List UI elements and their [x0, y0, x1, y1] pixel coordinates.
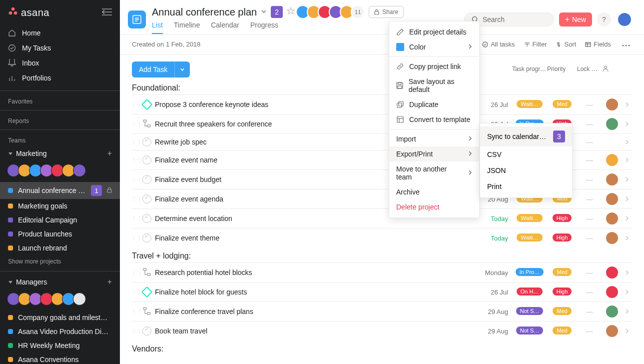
add-project-button[interactable]: + [107, 149, 112, 158]
submenu-item-print[interactable]: Print [480, 178, 572, 194]
task-name[interactable]: Book team travel [155, 327, 457, 335]
task-detail-chevron[interactable] [622, 289, 632, 295]
drag-handle[interactable]: ⋮⋮ [132, 216, 142, 222]
menu-item-export-print[interactable]: Export/Print [389, 146, 479, 162]
help-button[interactable]: ? [597, 12, 611, 26]
lock-cell[interactable]: — [577, 268, 602, 276]
assignee-cell[interactable] [602, 232, 622, 244]
lock-cell[interactable]: — [577, 214, 602, 222]
progress-cell[interactable]: In Pro… [512, 268, 547, 278]
progress-cell[interactable]: On H… [512, 288, 547, 297]
fields-button[interactable]: Fields [585, 40, 611, 48]
member-overflow-count[interactable]: 11 [351, 5, 365, 19]
sidebar-project-item[interactable]: Asana Video Production Di… [0, 324, 120, 338]
task-name[interactable]: Finalize event theme [155, 234, 457, 242]
priority-cell[interactable]: Med [547, 326, 577, 336]
lock-cell[interactable]: — [577, 195, 602, 203]
collapse-sidebar-button[interactable] [102, 8, 112, 17]
complete-task-checkbox[interactable] [142, 234, 151, 242]
complete-task-checkbox[interactable] [142, 214, 151, 223]
submenu-item-json[interactable]: JSON [480, 162, 572, 178]
progress-cell[interactable]: Not S… [512, 326, 547, 336]
menu-item-duplicate[interactable]: Duplicate [389, 97, 479, 112]
assignee-cell[interactable] [602, 174, 622, 186]
nav-item-my-tasks[interactable]: My Tasks [0, 40, 120, 56]
logo[interactable]: asana [8, 7, 49, 18]
sidebar-project-item[interactable]: Editorial Campaign [0, 213, 120, 227]
tab-timeline[interactable]: Timeline [174, 21, 200, 34]
nav-item-home[interactable]: Home [0, 26, 120, 40]
project-title[interactable]: Annual conference plan [152, 6, 257, 18]
section-title[interactable]: Travel + lodging: [132, 252, 632, 260]
menu-item-move-to-another-team[interactable]: Move to another team [389, 162, 479, 184]
share-button[interactable]: Share [369, 6, 404, 18]
lock-cell[interactable]: — [577, 100, 602, 108]
assignee-cell[interactable] [602, 266, 622, 278]
team-header-managers[interactable]: Managers+ [0, 274, 120, 290]
assignee-cell[interactable] [602, 286, 622, 298]
priority-cell[interactable]: Med [547, 100, 577, 110]
drag-handle[interactable]: ⋮⋮ [132, 328, 142, 334]
task-row[interactable]: ⋮⋮Finalize event themeTodayWaiti…High— [132, 228, 632, 248]
member-avatars[interactable]: 11 [299, 5, 365, 19]
assignee-cell[interactable] [602, 154, 622, 166]
column-priority[interactable]: Priority [547, 66, 577, 72]
drag-handle[interactable]: ⋮⋮ [132, 139, 142, 146]
assignee-cell[interactable] [602, 118, 622, 130]
project-menu-chevron[interactable] [261, 8, 267, 16]
due-date[interactable]: Today [477, 234, 512, 242]
task-detail-chevron[interactable] [622, 216, 632, 222]
nav-item-portfolios[interactable]: Portfolios [0, 70, 120, 86]
menu-item-save-layout-as-default[interactable]: Save layout as default [389, 74, 479, 97]
lock-cell[interactable]: — [577, 308, 602, 316]
sidebar-project-item[interactable]: Marketing goals [0, 199, 120, 213]
menu-item-delete-project[interactable]: Delete project [389, 200, 479, 214]
due-date[interactable]: 26 Jul [477, 101, 512, 108]
progress-cell[interactable]: Not S… [512, 307, 547, 316]
assignee-cell[interactable] [602, 98, 622, 110]
more-actions-button[interactable] [620, 38, 632, 50]
section-title[interactable]: Foundational: [132, 84, 632, 92]
task-detail-chevron[interactable] [622, 157, 632, 163]
assignee-cell[interactable] [602, 193, 622, 205]
project-icon[interactable] [128, 10, 146, 28]
new-button[interactable]: + New [559, 12, 592, 26]
priority-cell[interactable]: Med [547, 307, 577, 316]
task-detail-chevron[interactable] [622, 139, 632, 145]
show-more-projects[interactable]: Show more projects [0, 255, 120, 268]
menu-item-archive[interactable]: Archive [389, 184, 479, 200]
sidebar-project-item[interactable]: Launch rebrand [0, 241, 120, 255]
assignee-cell[interactable] [602, 212, 622, 224]
drag-handle[interactable]: ⋮⋮ [132, 196, 142, 202]
drag-handle[interactable]: ⋮⋮ [132, 121, 142, 128]
reports-label[interactable]: Reports [0, 114, 120, 126]
menu-item-color[interactable]: Color [389, 40, 479, 54]
task-name[interactable]: Finalize conference travel plans [155, 308, 457, 316]
task-detail-chevron[interactable] [622, 176, 632, 182]
drag-handle[interactable]: ⋮⋮ [132, 102, 142, 108]
task-detail-chevron[interactable] [622, 308, 632, 314]
submenu-item-sync-to-calendar-[interactable]: Sync to calendar…3 [480, 126, 572, 146]
tab-list[interactable]: List [152, 21, 163, 34]
priority-cell[interactable]: High [547, 288, 577, 297]
task-row[interactable]: ⋮⋮Finalize hotel block for guests26 JulO… [132, 282, 632, 302]
add-project-button[interactable]: + [107, 278, 112, 286]
due-date[interactable]: 29 Aug [477, 328, 512, 335]
drag-handle[interactable]: ⋮⋮ [132, 289, 142, 296]
assignee-cell[interactable] [602, 306, 622, 318]
sidebar-project-item[interactable]: Product launches [0, 227, 120, 241]
due-date[interactable]: Today [477, 215, 512, 222]
section-title[interactable]: Vendors: [132, 344, 632, 354]
complete-task-checkbox[interactable] [142, 138, 151, 146]
lock-cell[interactable]: — [577, 288, 602, 296]
lock-cell[interactable]: — [577, 138, 602, 146]
task-row[interactable]: ⋮⋮Determine event locationTodayWaiti…Hig… [132, 208, 632, 228]
nav-item-inbox[interactable]: Inbox [0, 56, 120, 70]
task-row[interactable]: ⋮⋮Book team travel29 AugNot S…Med— [132, 321, 632, 340]
task-detail-chevron[interactable] [622, 235, 632, 241]
complete-task-checkbox[interactable] [142, 326, 151, 336]
due-date[interactable]: 26 Jul [477, 288, 512, 296]
task-detail-chevron[interactable] [622, 328, 632, 334]
drag-handle[interactable]: ⋮⋮ [132, 308, 142, 315]
favorites-label[interactable]: Favorites [0, 94, 120, 107]
